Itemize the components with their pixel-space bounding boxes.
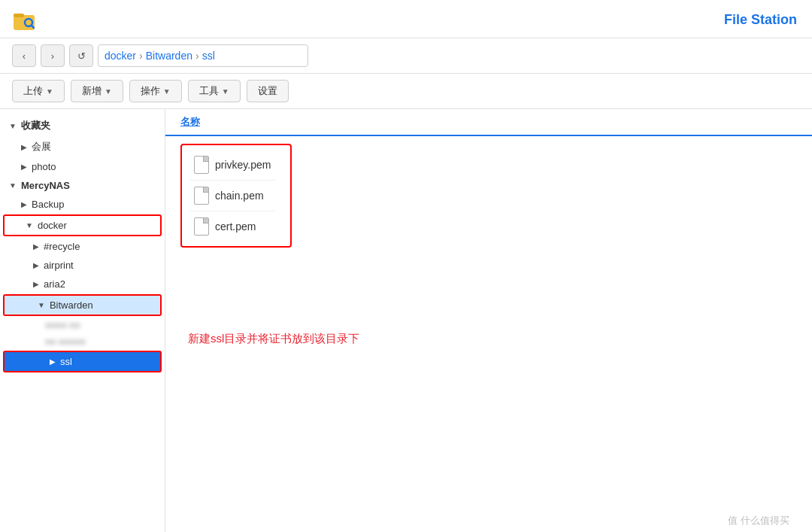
bitwarden-border-box: ▼ Bitwarden xyxy=(3,294,162,316)
breadcrumb-ssl[interactable]: ssl xyxy=(202,50,215,62)
back-button[interactable]: ‹ xyxy=(12,44,36,67)
column-header: 名称 xyxy=(165,109,812,136)
annotation-text: 新建ssl目录并将证书放到该目录下 xyxy=(188,332,359,346)
huizhan-expand-icon: ▶ xyxy=(21,143,27,151)
action-button[interactable]: 操作 ▼ xyxy=(129,80,182,102)
mercynas-toggle-icon: ▼ xyxy=(9,181,17,190)
header-left xyxy=(12,8,36,32)
breadcrumb-sep2: › xyxy=(195,50,199,62)
recycle-label: #recycle xyxy=(44,241,156,252)
settings-button[interactable]: 设置 xyxy=(247,80,289,102)
favorites-toggle-icon: ▼ xyxy=(9,122,17,130)
sidebar-item-ssl[interactable]: ▶ ssl xyxy=(5,352,160,371)
breadcrumb-path: docker › Bitwarden › ssl xyxy=(98,44,308,67)
photo-label: photo xyxy=(32,161,156,172)
ssl-expand-icon: ▶ xyxy=(50,357,56,366)
backup-label: Backup xyxy=(32,199,156,210)
bitwarden-label: Bitwarden xyxy=(50,299,151,311)
file-box-bordered: privkey.pem chain.pem cert.pem xyxy=(180,144,292,248)
docker-border-box: ▼ docker xyxy=(3,214,162,236)
refresh-button[interactable]: ↺ xyxy=(69,44,93,67)
new-arrow: ▼ xyxy=(105,87,112,96)
tools-button[interactable]: 工具 ▼ xyxy=(188,80,241,102)
favorites-label: 收藏夹 xyxy=(21,119,50,132)
sidebar: ▼ 收藏夹 ▶ 会展 ▶ photo ▼ MercyNAS ▶ Backup ▼… xyxy=(0,109,165,532)
sidebar-item-bitwarden[interactable]: ▼ Bitwarden xyxy=(5,296,160,315)
file-name-cert: cert.pem xyxy=(215,220,256,233)
file-list-area: privkey.pem chain.pem cert.pem 新建ssl目录并将… xyxy=(165,136,812,255)
sidebar-item-huizhan[interactable]: ▶ 会展 xyxy=(0,136,165,157)
breadcrumb-bitwarden[interactable]: Bitwarden xyxy=(146,50,192,62)
backup-expand-icon: ▶ xyxy=(21,200,27,208)
toolbar: 上传 ▼ 新增 ▼ 操作 ▼ 工具 ▼ 设置 xyxy=(0,74,812,109)
docker-toggle-icon: ▼ xyxy=(26,221,33,230)
new-button[interactable]: 新增 ▼ xyxy=(71,80,123,102)
forward-button[interactable]: › xyxy=(41,44,65,67)
tools-arrow: ▼ xyxy=(222,87,229,96)
file-item-cert[interactable]: cert.pem xyxy=(189,211,275,242)
file-item-chain[interactable]: chain.pem xyxy=(189,180,275,211)
blurred-item-1: ●●●● ●● xyxy=(0,317,165,333)
upload-button[interactable]: 上传 ▼ xyxy=(12,80,65,102)
bitwarden-toggle-icon: ▼ xyxy=(38,301,45,309)
file-name-privkey: privkey.pem xyxy=(215,159,271,171)
sidebar-item-photo[interactable]: ▶ photo xyxy=(0,157,165,176)
app-title: File Station xyxy=(724,12,797,28)
file-icon-chain xyxy=(194,187,209,205)
watermark: 值 什么值得买 xyxy=(728,514,789,527)
watermark-text: 值 什么值得买 xyxy=(728,515,789,526)
upload-arrow: ▼ xyxy=(46,87,53,96)
photo-expand-icon: ▶ xyxy=(21,163,27,171)
ssl-border-box: ▶ ssl xyxy=(3,351,162,372)
sidebar-item-docker[interactable]: ▼ docker xyxy=(5,216,160,235)
airprint-label: airprint xyxy=(44,260,156,271)
nav-bar: ‹ › ↺ docker › Bitwarden › ssl xyxy=(0,38,812,74)
app-icon xyxy=(12,8,36,32)
content-area: 名称 privkey.pem chain.pem cert.pem 新建ssl xyxy=(165,109,812,532)
sidebar-item-aria2[interactable]: ▶ aria2 xyxy=(0,275,165,293)
aria2-label: aria2 xyxy=(44,278,156,290)
ssl-label: ssl xyxy=(60,356,151,367)
sidebar-section-mercynas[interactable]: ▼ MercyNAS xyxy=(0,176,165,195)
file-icon-privkey xyxy=(194,156,209,174)
sidebar-item-recycle[interactable]: ▶ #recycle xyxy=(0,237,165,256)
main-area: ▼ 收藏夹 ▶ 会展 ▶ photo ▼ MercyNAS ▶ Backup ▼… xyxy=(0,109,812,532)
file-icon-cert xyxy=(194,217,209,236)
airprint-expand-icon: ▶ xyxy=(33,261,39,269)
sidebar-item-backup[interactable]: ▶ Backup xyxy=(0,195,165,214)
file-name-chain: chain.pem xyxy=(215,190,264,202)
recycle-expand-icon: ▶ xyxy=(33,242,39,251)
header: File Station xyxy=(0,0,812,38)
aria2-expand-icon: ▶ xyxy=(33,280,39,288)
breadcrumb-sep1: › xyxy=(139,50,143,62)
blurred-item-2: ●● ●●●●● xyxy=(0,333,165,350)
breadcrumb-docker[interactable]: docker xyxy=(105,50,136,62)
svg-rect-1 xyxy=(14,14,24,17)
action-arrow: ▼ xyxy=(163,87,171,96)
docker-label: docker xyxy=(38,220,151,231)
mercynas-label: MercyNAS xyxy=(21,180,70,191)
column-name: 名称 xyxy=(180,115,200,129)
huizhan-label: 会展 xyxy=(32,140,156,154)
file-item-privkey[interactable]: privkey.pem xyxy=(189,150,275,180)
sidebar-item-airprint[interactable]: ▶ airprint xyxy=(0,256,165,275)
sidebar-section-favorites[interactable]: ▼ 收藏夹 xyxy=(0,115,165,136)
